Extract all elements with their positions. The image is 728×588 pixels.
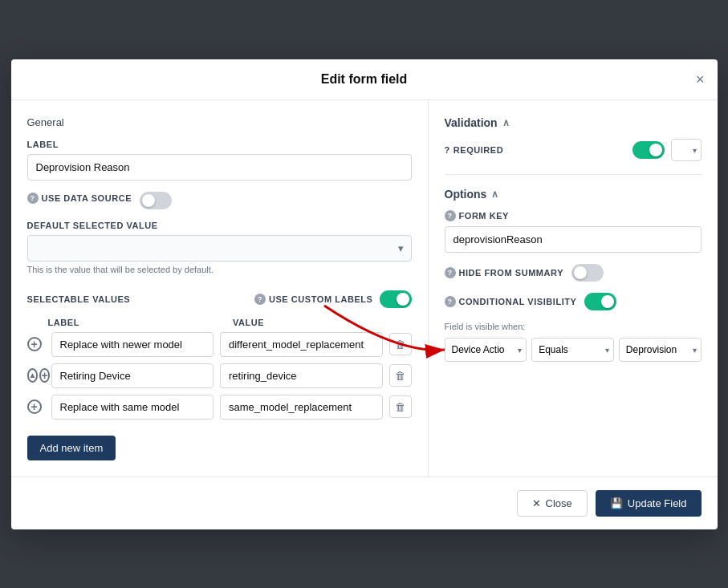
modal-footer: ✕ Close 💾 Update Field (11, 476, 718, 529)
row-2-label-input[interactable] (51, 363, 214, 388)
col-header-value: VALUE (233, 318, 412, 327)
modal-body: General LABEL ? USE DATA SOURCE (11, 100, 718, 476)
trash-icon: 🗑 (395, 370, 405, 382)
trash-icon: 🗑 (395, 401, 405, 413)
row-1-label-input[interactable] (51, 332, 214, 357)
hide-from-summary-row: ? HIDE FROM SUMMARY (445, 264, 702, 282)
modal-close-button[interactable]: × (696, 72, 705, 87)
required-select[interactable] (671, 139, 702, 161)
use-custom-labels-thumb (397, 293, 409, 306)
right-panel: Validation ∧ ? REQUIRED (429, 100, 718, 476)
modal-title: Edit form field (321, 72, 408, 87)
table-row: ▲ + 🗑 (27, 363, 412, 388)
selectable-values-section: SELECTABLE VALUES ? USE CUSTOM LABELS (27, 290, 412, 460)
table-row: + 🗑 (27, 332, 412, 357)
row-2-delete-button[interactable]: 🗑 (389, 364, 412, 387)
condition-field-wrapper: Device Actio (445, 338, 527, 362)
close-button[interactable]: ✕ Close (517, 490, 588, 517)
hide-from-summary-toggle[interactable] (571, 264, 604, 282)
table-row: + 🗑 (27, 395, 412, 420)
general-section-title: General (27, 116, 412, 128)
row-3-label-input[interactable] (51, 395, 214, 420)
conditional-visibility-toggle[interactable] (584, 293, 616, 310)
required-label: ? REQUIRED (445, 145, 504, 155)
conditional-visibility-label: ? CONDITIONAL VISIBILITY (445, 296, 577, 307)
add-new-item-button[interactable]: Add new item (27, 436, 116, 460)
default-value-select[interactable] (27, 235, 412, 262)
label-field-group: LABEL (27, 140, 412, 180)
edit-form-field-modal: Edit form field × General LABEL ? USE DA… (11, 59, 718, 529)
conditional-info-icon: ? (445, 296, 456, 307)
row-2-up-button[interactable]: ▲ (27, 368, 39, 383)
required-row: ? REQUIRED (445, 139, 702, 161)
row-3-add-button[interactable]: + (27, 399, 42, 414)
condition-operator-wrapper: Equals (531, 338, 614, 362)
row-3-delete-button[interactable]: 🗑 (389, 395, 412, 418)
hide-from-summary-track (571, 264, 604, 282)
condition-field-select[interactable]: Device Actio (445, 338, 527, 362)
row-1-value-input[interactable] (220, 332, 383, 357)
default-value-helper: This is the value that will be selected … (27, 265, 412, 274)
row-2-add-button[interactable]: + (39, 368, 49, 383)
form-key-info-icon: ? (445, 210, 456, 221)
divider-1 (445, 174, 702, 175)
hide-from-summary-label: ? HIDE FROM SUMMARY (445, 267, 564, 278)
required-thumb (649, 144, 662, 156)
save-icon: 💾 (610, 497, 623, 509)
modal-overlay: Edit form field × General LABEL ? USE DA… (0, 0, 728, 588)
update-field-button[interactable]: 💾 Update Field (596, 490, 702, 517)
condition-value-wrapper: Deprovision (619, 338, 702, 362)
use-data-source-row: ? USE DATA SOURCE (27, 192, 412, 209)
selectable-header: SELECTABLE VALUES ? USE CUSTOM LABELS (27, 290, 412, 308)
default-value-select-wrapper (27, 235, 412, 262)
options-chevron: ∧ (491, 189, 498, 200)
conditional-visibility-row: ? CONDITIONAL VISIBILITY (445, 293, 702, 310)
form-key-input[interactable] (445, 226, 702, 253)
use-custom-labels-toggle[interactable] (380, 290, 412, 308)
hide-summary-info-icon: ? (445, 267, 456, 278)
close-icon: ✕ (532, 497, 541, 509)
required-track (632, 141, 665, 159)
use-custom-labels-track (380, 290, 412, 308)
use-data-source-info-icon: ? (27, 193, 39, 204)
col-headers: LABEL VALUE (27, 318, 412, 327)
row-1-delete-button[interactable]: 🗑 (389, 333, 412, 355)
label-field-label: LABEL (27, 140, 412, 149)
use-data-source-toggle[interactable] (140, 192, 172, 209)
conditional-visibility-track (584, 293, 616, 310)
row-2-value-input[interactable] (220, 363, 383, 388)
use-data-source-thumb (142, 194, 155, 207)
required-controls (632, 139, 702, 161)
row-1-controls: + (27, 337, 45, 351)
required-select-wrapper (671, 139, 702, 161)
validation-header: Validation ∧ (445, 116, 702, 129)
default-value-label: DEFAULT SELECTED VALUE (27, 221, 412, 230)
label-input[interactable] (27, 154, 412, 180)
default-value-group: DEFAULT SELECTED VALUE This is the value… (27, 221, 412, 274)
modal-header: Edit form field × (11, 59, 718, 100)
validation-chevron: ∧ (502, 117, 510, 128)
row-3-controls: + (27, 399, 45, 414)
row-2-controls: ▲ + (27, 368, 45, 383)
condition-value-select[interactable]: Deprovision (619, 338, 702, 362)
hide-from-summary-thumb (574, 266, 587, 279)
conditional-visibility-thumb (601, 295, 614, 308)
use-data-source-track (140, 192, 172, 209)
use-custom-labels-label: ? USE CUSTOM LABELS (254, 294, 373, 305)
condition-operator-select[interactable]: Equals (531, 338, 614, 362)
row-1-add-button[interactable]: + (27, 337, 42, 351)
required-info-icon: ? (445, 145, 450, 155)
form-key-group: ? FORM KEY (445, 210, 702, 253)
use-custom-labels-info-icon: ? (254, 294, 266, 305)
row-3-value-input[interactable] (220, 395, 383, 420)
update-label: Update Field (628, 497, 687, 509)
selectable-title: SELECTABLE VALUES (27, 294, 131, 304)
condition-area: Device Actio Equals Deprovision (445, 338, 702, 362)
form-key-label: ? FORM KEY (445, 210, 702, 221)
condition-row: Device Actio Equals Deprovision (445, 338, 702, 362)
use-data-source-label: ? USE DATA SOURCE (27, 193, 132, 204)
trash-icon: 🗑 (395, 339, 405, 351)
close-label: Close (546, 497, 572, 509)
required-toggle[interactable] (632, 141, 665, 159)
field-visible-when-text: Field is visible when: (445, 322, 702, 331)
